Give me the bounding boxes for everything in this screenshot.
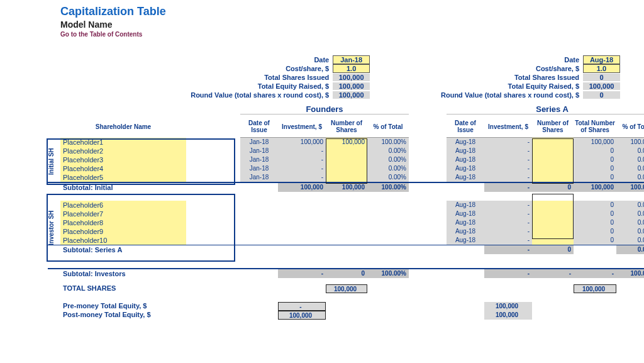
subtotal-initial-finv: 100,000 xyxy=(278,183,326,192)
subtotal-inv-fsh: 0 xyxy=(326,269,367,278)
a-pct: 0.00% xyxy=(616,173,644,182)
f-pct: 0.00% xyxy=(367,147,409,155)
f-shares[interactable] xyxy=(326,164,367,173)
subtotal-inv-ainv: - xyxy=(484,269,532,278)
post-money-f: 100,000 xyxy=(278,311,326,320)
a-inv: - xyxy=(484,201,532,209)
col-sh-f: Number of Shares xyxy=(326,120,367,133)
a-total-shares: 0 xyxy=(574,227,616,236)
subtotal-initial-fsh: 100,000 xyxy=(326,183,367,192)
seriesa-date[interactable]: Aug-18 xyxy=(583,55,620,64)
a-inv: - xyxy=(484,173,532,182)
a-inv: - xyxy=(484,209,532,218)
a-total-shares: 0 xyxy=(574,201,616,209)
f-pct: 100.00% xyxy=(367,138,409,147)
pre-money-a: 100,000 xyxy=(484,302,532,311)
label-cost: Cost/share, $ xyxy=(189,65,333,72)
f-date: Jan-18 xyxy=(240,155,278,164)
a-total-shares: 0 xyxy=(574,218,616,227)
label-date: Date xyxy=(189,56,333,64)
f-pct: 0.00% xyxy=(367,164,409,173)
a-shares[interactable] xyxy=(532,236,574,245)
toc-link[interactable]: Go to the Table of Contents xyxy=(60,31,644,38)
a-shares[interactable] xyxy=(532,209,574,218)
f-date: Jan-18 xyxy=(240,173,278,182)
group-investor: Investor SH xyxy=(48,196,55,259)
f-date: Jan-18 xyxy=(240,138,278,147)
a-date: Aug-18 xyxy=(447,218,484,227)
a-pct: 0.00% xyxy=(616,209,644,218)
section-founders: Founders xyxy=(240,104,409,114)
a-date: Aug-18 xyxy=(447,138,484,147)
a-pct: 0.00% xyxy=(616,227,644,236)
f-inv: - xyxy=(278,164,326,173)
f-shares[interactable] xyxy=(326,155,367,164)
a-pct: 0.00% xyxy=(616,236,644,245)
a-date: Aug-18 xyxy=(447,164,484,173)
founders-shares-issued: 100,000 xyxy=(333,74,370,81)
a-inv: - xyxy=(484,164,532,173)
f-shares[interactable] xyxy=(326,147,367,155)
a-total-shares: 0 xyxy=(574,155,616,164)
a-shares[interactable] xyxy=(532,147,574,155)
a-total-shares: 0 xyxy=(574,147,616,155)
col-date-a: Date of Issue xyxy=(447,120,484,133)
a-inv: - xyxy=(484,227,532,236)
col-pct-f: % of Total xyxy=(367,123,409,130)
col-date-f: Date of Issue xyxy=(240,120,278,133)
a-shares[interactable] xyxy=(532,218,574,227)
seriesa-cost[interactable]: 1.0 xyxy=(583,64,620,73)
a-shares[interactable] xyxy=(532,155,574,164)
founders-round-value: 100,000 xyxy=(333,91,370,99)
a-date: Aug-18 xyxy=(447,201,484,209)
pre-money-label: Pre-money Total Equity, $ xyxy=(60,302,186,311)
subtotal-inv-ash: - xyxy=(532,269,574,278)
subtotal-inv-apct: 100.00% xyxy=(616,269,644,278)
subtotal-inv-atsh: - xyxy=(574,269,616,278)
label-shares-issued-a: Total Shares Issued xyxy=(408,74,583,81)
subtotal-seriesa-atsh xyxy=(574,245,616,254)
a-shares[interactable] xyxy=(532,164,574,173)
a-inv: - xyxy=(484,236,532,245)
total-shares-label: TOTAL SHARES xyxy=(60,284,186,293)
a-inv: - xyxy=(484,155,532,164)
founders-equity-raised: 100,000 xyxy=(333,82,370,90)
founders-cost[interactable]: 1.0 xyxy=(333,64,370,73)
a-date: Aug-18 xyxy=(447,227,484,236)
subtotal-initial-fpct: 100.00% xyxy=(367,183,409,192)
col-sh-a: Number of Shares xyxy=(532,120,574,133)
a-shares[interactable] xyxy=(532,138,574,147)
a-date: Aug-18 xyxy=(447,155,484,164)
a-shares[interactable] xyxy=(532,201,574,209)
a-inv: - xyxy=(484,138,532,147)
subtotal-inv-fpct: 100.00% xyxy=(367,269,409,278)
label-round-value: Round Value (total shares x round cost),… xyxy=(189,91,333,99)
subtotal-initial-apct: 100.00% xyxy=(616,183,644,192)
a-shares[interactable] xyxy=(532,227,574,236)
f-date: Jan-18 xyxy=(240,164,278,173)
a-total-shares: 0 xyxy=(574,236,616,245)
pre-money-f: - xyxy=(278,302,326,311)
f-shares[interactable] xyxy=(326,173,367,182)
col-pct-a: % of Total xyxy=(616,123,644,130)
post-money-label: Post-money Total Equity, $ xyxy=(60,311,186,320)
subtotal-initial-ash: 0 xyxy=(532,183,574,192)
post-money-a: 100,000 xyxy=(484,311,532,320)
subtotal-inv-finv: - xyxy=(278,269,326,278)
a-inv: - xyxy=(484,218,532,227)
seriesa-round-value: 0 xyxy=(583,91,620,99)
label-equity-raised-a: Total Equity Raised, $ xyxy=(408,82,583,90)
subtotal-initial-ainv: - xyxy=(484,183,532,192)
a-total-shares: 0 xyxy=(574,164,616,173)
col-tsh-a: Total Number of Shares xyxy=(574,120,616,133)
a-total-shares: 0 xyxy=(574,209,616,218)
f-pct: 0.00% xyxy=(367,173,409,182)
founders-date[interactable]: Jan-18 xyxy=(333,55,370,64)
a-date: Aug-18 xyxy=(447,209,484,218)
subtotal-investors-label: Subtotal: Investors xyxy=(60,269,186,278)
a-date: Aug-18 xyxy=(447,147,484,155)
f-inv: - xyxy=(278,155,326,164)
a-shares[interactable] xyxy=(532,173,574,182)
f-shares[interactable]: 100,000 xyxy=(326,138,367,147)
label-equity-raised: Total Equity Raised, $ xyxy=(189,82,333,90)
